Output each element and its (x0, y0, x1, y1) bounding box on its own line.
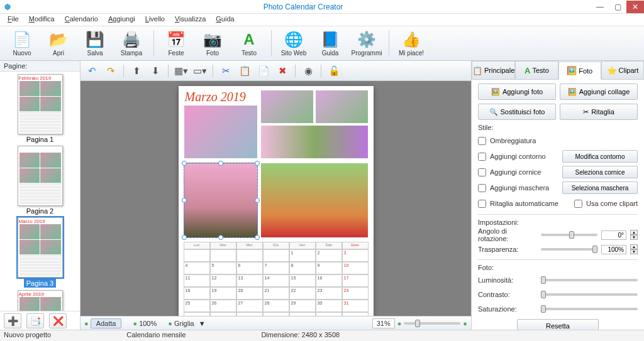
delete-page-button[interactable]: ❌ (49, 313, 67, 328)
saturation-slider[interactable] (541, 308, 638, 310)
app-icon (3, 2, 13, 12)
calendar-page[interactable]: Marzo 2019 LunMarMerGioVenSabDom12345678… (179, 86, 374, 316)
footer-type: Calendario mensile (126, 331, 186, 340)
zoom-value: 31% (372, 318, 395, 328)
calendar-grid[interactable]: LunMarMerGioVenSabDom1234567891011121314… (184, 242, 369, 316)
group-button[interactable]: ◉ (301, 63, 316, 78)
add-photo-button[interactable]: 🖼️ Aggiungi foto (478, 84, 556, 100)
add-collage-button[interactable]: 🖼️ Aggiungi collage (560, 84, 638, 100)
zoom-in-button[interactable]: ● (463, 320, 467, 327)
grid-toggle[interactable]: Griglia (174, 320, 194, 327)
redo-button[interactable]: ↷ (103, 63, 118, 78)
photo-section-label: Foto: (478, 264, 638, 271)
menu-calendario[interactable]: Calendario (60, 14, 103, 26)
align-button[interactable]: ▦▾ (174, 63, 189, 78)
minimize-button[interactable]: — (591, 1, 609, 13)
layer-up-button[interactable]: ⬆ (129, 63, 144, 78)
use-clipart-checkbox[interactable] (574, 200, 582, 208)
ribbon-apri[interactable]: 📂Apri (42, 28, 75, 59)
check-1[interactable] (478, 153, 486, 161)
page-thumb-3[interactable]: Marzo 2019Pagina 3 (14, 217, 67, 288)
tab-clipart[interactable]: ⭐Clipart (601, 61, 644, 79)
page-title: Marzo 2019 (185, 90, 246, 104)
duplicate-page-button[interactable]: 📑 (26, 313, 44, 328)
replace-photo-button[interactable]: 🔍 Sostituisci foto (478, 104, 556, 120)
tab-principale[interactable]: 📋Principale (472, 61, 515, 79)
btn-modifica contorno[interactable]: Modifica contorno (562, 150, 638, 163)
style-label: Stile: (478, 124, 638, 131)
close-button[interactable]: ✕ (626, 1, 644, 13)
rotation-up[interactable]: ▲ (630, 230, 638, 235)
window-title: Photo Calendar Creator (15, 3, 591, 11)
check-0[interactable] (478, 137, 486, 145)
ribbon-feste[interactable]: 📅Feste (159, 28, 193, 59)
autocrop-checkbox[interactable] (478, 200, 486, 208)
rotation-down[interactable]: ▼ (630, 235, 638, 240)
ribbon-guida[interactable]: 📘Guida (313, 28, 347, 59)
selected-photo[interactable] (184, 163, 258, 238)
btn-seleziona cornice[interactable]: Seleziona cornice (562, 166, 638, 178)
layer-down-button[interactable]: ⬇ (148, 63, 163, 78)
ribbon-nuovo[interactable]: 📄Nuovo (5, 28, 39, 59)
fit-button[interactable]: Adatta (91, 318, 122, 328)
check-2[interactable] (478, 168, 486, 176)
delete-button[interactable]: ✖ (275, 63, 290, 78)
ribbon-salva[interactable]: 💾Salva (78, 28, 112, 59)
pages-label: Pagine: (0, 61, 80, 72)
zoom-100-button[interactable]: 100% (139, 320, 157, 327)
photo-block[interactable] (260, 90, 314, 124)
photo-block[interactable] (260, 125, 369, 159)
zoom-out-button[interactable]: ● (397, 320, 402, 327)
add-page-button[interactable]: ➕ (4, 313, 21, 328)
reset-button[interactable]: Resetta (517, 319, 599, 330)
opacity-up[interactable]: ▲ (630, 244, 638, 249)
menu-aggiungi[interactable]: Aggiungi (103, 14, 140, 26)
photo-block[interactable] (184, 105, 258, 159)
paste-button[interactable]: 📄 (256, 63, 271, 78)
undo-button[interactable]: ↶ (84, 63, 99, 78)
menu-guida[interactable]: Guida (211, 14, 239, 26)
menu-visualizza[interactable]: Visualizza (170, 14, 211, 26)
settings-label: Impostazioni: (478, 219, 638, 226)
menu-file[interactable]: File (3, 14, 24, 26)
page-thumb-2[interactable]: Pagina 2 (14, 146, 67, 215)
ribbon-testo[interactable]: ATesto (232, 28, 266, 59)
brightness-slider[interactable] (541, 279, 638, 281)
contrast-slider[interactable] (541, 293, 638, 296)
distribute-button[interactable]: ▭▾ (192, 63, 208, 78)
cut-button[interactable]: ✂ (218, 63, 233, 78)
photo-block[interactable] (260, 163, 369, 238)
page-thumb-1[interactable]: Febbraio 2019Pagina 1 (14, 74, 67, 143)
opacity-value[interactable]: 100% (601, 245, 626, 254)
ribbon-mi piace![interactable]: 👍Mi piace! (394, 28, 428, 59)
check-3[interactable] (478, 184, 486, 192)
ribbon-stampa[interactable]: 🖨️Stampa (114, 28, 148, 59)
menu-modifica[interactable]: Modifica (24, 14, 60, 26)
maximize-button[interactable]: ▢ (609, 1, 626, 13)
btn-seleziona maschera[interactable]: Seleziona maschera (562, 181, 638, 194)
ribbon-sito web[interactable]: 🌐Sito Web (277, 28, 311, 59)
copy-button[interactable]: 📋 (237, 63, 252, 78)
page-thumb-4[interactable]: Aprile 2019Pagina 4 (14, 290, 67, 311)
tab-foto[interactable]: 🖼️Foto (558, 62, 601, 80)
crop-button[interactable]: ✂ Ritaglia (560, 104, 638, 120)
lock-button[interactable]: 🔓 (326, 63, 341, 78)
ribbon-programmi[interactable]: ⚙️Programmi (350, 28, 384, 59)
rotation-value[interactable]: 0° (601, 230, 626, 240)
footer-project: Nuovo progetto (4, 331, 51, 340)
photo-block[interactable] (315, 90, 369, 124)
rotation-slider[interactable] (541, 234, 597, 236)
ribbon-foto[interactable]: 📷Foto (196, 28, 230, 59)
zoom-slider[interactable] (404, 322, 460, 325)
opacity-slider[interactable] (541, 248, 597, 251)
tab-testo[interactable]: ATesto (515, 61, 558, 79)
menu-livello[interactable]: Livello (140, 14, 170, 26)
opacity-down[interactable]: ▼ (630, 249, 638, 254)
